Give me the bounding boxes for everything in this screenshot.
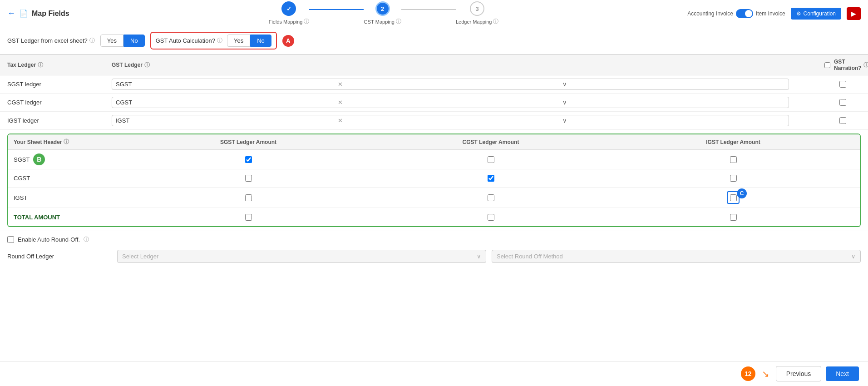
sheet-row-igst: IGST C [8,188,860,208]
step-1-info-icon[interactable]: ⓘ [304,18,309,25]
sheet-label-cgst: CGST [14,175,30,182]
sgst-sgst-amount-checkbox[interactable] [245,156,252,163]
sheet-col2: SGST Ledger Amount [127,139,370,145]
sheet-table-header: Your Sheet Header ⓘ SGST Ledger Amount C… [8,134,860,150]
badge-12: 12 [741,366,755,381]
enable-roundoff-label: Enable Auto Round-Off. [18,236,80,243]
youtube-icon: ▶ [851,10,856,17]
connector-1-2 [309,9,364,10]
sheet-col3: CGST Ledger Amount [370,139,612,145]
igst-cgst-amount-checkbox[interactable] [488,194,494,201]
header-left: ← 📄 Map Fields [7,9,80,18]
select-method-dropdown[interactable]: Select Round Off Method ∨ [492,250,861,263]
enable-roundoff-row: Enable Auto Round-Off. ⓘ [7,236,861,243]
step-3-label: Ledger Mapping ⓘ [456,18,499,25]
step-1-circle: ✓ [281,1,296,16]
sgst-igst-amount-checkbox[interactable] [730,156,737,163]
gst-ledger-info-icon[interactable]: ⓘ [89,37,95,45]
gst-ledger-question: GST Ledger from excel sheet? ⓘ [7,37,95,45]
igst-sgst-amount-checkbox[interactable] [245,194,252,201]
cgst-dropdown-icon[interactable]: ∨ [562,99,784,106]
roundoff-info-icon[interactable]: ⓘ [84,236,89,243]
gst-auto-no-btn[interactable]: No [250,35,271,47]
gst-ledger-select-sgst[interactable]: SGST ✕ ∨ [112,79,789,90]
step-3-info-icon[interactable]: ⓘ [493,18,498,25]
sgst-cgst-amount-checkbox[interactable] [488,156,494,163]
igst-clear-icon[interactable]: ✕ [338,117,560,124]
sheet-row-cgst: CGST [8,169,860,188]
gst-auto-yes-btn[interactable]: Yes [227,35,250,47]
sheet-header-info-icon[interactable]: ⓘ [64,138,69,146]
roundoff-ledger-label: Round Off Ledger [7,253,112,260]
cgst-igst-amount-checkbox[interactable] [730,175,737,182]
subheader: GST Ledger from excel sheet? ⓘ Yes No GS… [0,27,868,54]
enable-roundoff-checkbox[interactable] [7,236,14,243]
previous-button[interactable]: Previous [776,366,821,381]
sheet-section: Your Sheet Header ⓘ SGST Ledger Amount C… [7,134,861,227]
step-2-info-icon[interactable]: ⓘ [396,18,401,25]
select-ledger-placeholder: Select Ledger [122,253,158,260]
gst-auto-info-icon[interactable]: ⓘ [217,37,222,45]
total-igst-amount-checkbox[interactable] [730,214,737,221]
total-cgst-amount-checkbox[interactable] [488,214,494,221]
ledger-table-header: Tax Ledger ⓘ GST Ledger ⓘ GST Narration?… [0,54,868,75]
badge-c: C [737,188,747,198]
tax-ledger-info-icon[interactable]: ⓘ [38,61,43,69]
config-label: Configuration [804,10,836,17]
cgst-cgst-amount-checkbox[interactable] [488,175,494,182]
sgst-clear-icon[interactable]: ✕ [338,81,560,88]
gst-ledger-select-cgst[interactable]: CGST ✕ ∨ [112,97,789,108]
table-row-sgst: SGST ledger SGST ✕ ∨ [0,75,868,94]
select-ledger-dropdown[interactable]: Select Ledger ∨ [117,250,486,263]
gst-ledger-col-info-icon[interactable]: ⓘ [144,61,150,69]
step-1-label: Fields Mapping ⓘ [269,18,310,25]
connector-2-3 [401,9,456,10]
cgst-sgst-amount-checkbox[interactable] [245,175,252,182]
gear-icon: ⚙ [796,10,801,17]
table-row-cgst: CGST ledger CGST ✕ ∨ [0,94,868,112]
cgst-clear-icon[interactable]: ✕ [338,99,560,106]
sgst-narration-checkbox[interactable] [839,81,846,88]
total-sgst-amount-checkbox[interactable] [245,214,252,221]
tax-label-igst: IGST ledger [7,117,112,124]
step-1: ✓ Fields Mapping ⓘ [269,1,310,25]
col-tax-ledger: Tax Ledger ⓘ [7,61,112,69]
gst-auto-box: GST Auto Calculation? ⓘ Yes No [150,32,277,49]
gst-ledger-no-btn[interactable]: No [123,35,145,47]
igst-dropdown-icon[interactable]: ∨ [562,117,784,124]
select-ledger-chevron-icon: ∨ [477,253,481,260]
page-title: Map Fields [32,10,69,18]
sheet-col1: Your Sheet Header ⓘ [14,138,127,146]
item-invoice-label: Item Invoice [756,10,785,17]
gst-ledger-yn-group: Yes No [100,35,145,47]
sgst-ledger-value: SGST [116,81,338,88]
sgst-dropdown-icon[interactable]: ∨ [562,81,784,88]
igst-narration-checkbox[interactable] [839,117,846,124]
table-row-igst: IGST ledger IGST ✕ ∨ [0,112,868,130]
igst-igst-amount-checkbox[interactable] [730,194,737,201]
tax-label-cgst: CGST ledger [7,99,112,106]
gst-narration-header-checkbox[interactable] [824,62,830,69]
youtube-button[interactable]: ▶ [847,7,861,20]
igst-igst-highlighted-cell[interactable]: C [727,191,740,204]
invoice-toggle[interactable] [736,9,753,18]
cgst-narration-checkbox[interactable] [839,99,846,106]
step-3-circle: 3 [470,1,484,16]
arrow-indicator: ↘ [762,368,769,379]
header-right: Accounting Invoice Item Invoice ⚙ Config… [687,7,861,20]
gst-narration-info-icon[interactable]: ⓘ [863,61,868,69]
next-button[interactable]: Next [826,366,859,381]
gst-auto-question: GST Auto Calculation? ⓘ [156,37,222,45]
sheet-col4: IGST Ledger Amount [612,139,854,145]
back-button[interactable]: ← [7,9,15,18]
gst-ledger-yes-btn[interactable]: Yes [100,35,123,47]
col-gst-ledger: GST Ledger ⓘ [112,61,824,69]
tax-label-sgst: SGST ledger [7,81,112,88]
col-gst-narration: GST Narration? ⓘ [824,59,861,71]
accounting-invoice-label: Accounting Invoice [687,10,733,17]
gst-ledger-select-igst[interactable]: IGST ✕ ∨ [112,115,789,126]
igst-ledger-value: IGST [116,117,338,124]
roundoff-section: Enable Auto Round-Off. ⓘ Round Off Ledge… [0,231,868,269]
stepper: ✓ Fields Mapping ⓘ 2 GST Mapping ⓘ 3 Led… [80,1,687,25]
configuration-button[interactable]: ⚙ Configuration [791,8,841,20]
